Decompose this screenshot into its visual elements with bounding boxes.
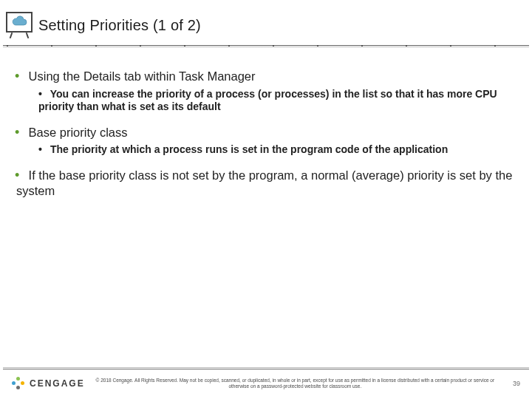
slide-header: Setting Priorities (1 of 2) [0,0,532,38]
sub-bullet-text: You can increase the priority of a proce… [38,88,497,113]
header-divider [3,44,529,47]
cloud-icon [10,16,28,27]
bullet-item: If the base priority class is not set by… [16,167,516,199]
sub-bullet-item: You can increase the priority of a proce… [38,88,516,114]
bullet-text: Using the Details tab within Task Manage… [29,69,256,83]
bullet-item: Using the Details tab within Task Manage… [16,68,516,114]
bullet-item: Base priority class The priority at whic… [16,124,516,157]
bullet-text: Base priority class [29,126,128,139]
sub-bullet-text: The priority at which a process runs is … [50,143,448,155]
sub-bullet-item: The priority at which a process runs is … [38,143,516,157]
slide: Setting Priorities (1 of 2) Using the De… [0,0,532,399]
slide-title: Setting Priorities (1 of 2) [38,17,201,34]
brand-name: CENGAGE [30,378,85,389]
copyright-text: © 2018 Cengage. All Rights Reserved. May… [85,378,505,389]
bullet-text: If the base priority class is not set by… [16,168,512,198]
easel-icon [4,12,34,38]
brand-logo: CENGAGE [12,377,85,390]
page-number: 39 [505,380,520,387]
brand-mark-icon [12,377,25,390]
slide-body: Using the Details tab within Task Manage… [0,47,532,199]
slide-footer: CENGAGE © 2018 Cengage. All Rights Reser… [0,369,532,399]
